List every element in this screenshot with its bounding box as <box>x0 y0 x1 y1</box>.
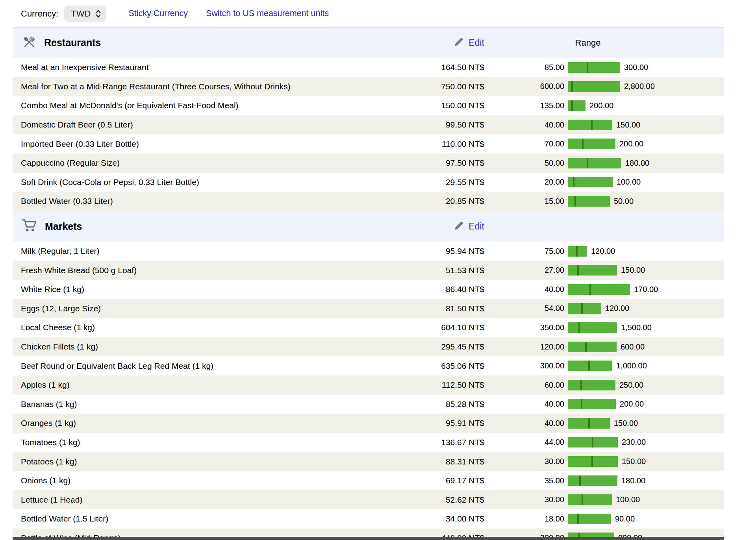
range-marker <box>580 380 582 390</box>
table-row: Potatoes (1 kg)88.31 NT$30.00150.00 <box>13 452 724 471</box>
range-bar <box>568 342 617 352</box>
item-price: 51.53 NT$ <box>406 266 488 275</box>
range-min: 85.00 <box>488 63 568 72</box>
section-title: Markets <box>45 221 82 232</box>
range-marker <box>585 342 587 352</box>
range-max: 50.00 <box>614 197 634 206</box>
section-title-cell: Markets <box>13 218 406 234</box>
range-marker <box>581 303 583 314</box>
table-row: Fresh White Bread (500 g Loaf)51.53 NT$2… <box>13 261 724 280</box>
table-row: Onions (1 kg)69.17 NT$35.00180.00 <box>13 471 724 490</box>
currency-select[interactable]: TWD <box>64 6 106 22</box>
item-label: Tomatoes (1 kg) <box>13 438 406 447</box>
range-marker <box>588 418 590 429</box>
range-marker <box>576 246 578 257</box>
table-row: Domestic Draft Beer (0.5 Liter)99.50 NT$… <box>13 115 724 135</box>
range-bar <box>568 81 620 92</box>
range-max: 170.00 <box>634 285 658 294</box>
range-max: 120.00 <box>605 304 629 313</box>
range-bar <box>568 322 617 333</box>
table-row: Cappuccino (Regular Size)97.50 NT$50.001… <box>13 153 724 173</box>
switch-units-link[interactable]: Switch to US measurement units <box>206 9 329 18</box>
range-marker <box>587 158 588 168</box>
range-bar <box>568 177 613 187</box>
item-range: 40.00170.00 <box>488 284 724 295</box>
range-bar <box>568 139 615 149</box>
item-label: Cappuccino (Regular Size) <box>13 158 406 168</box>
range-bar <box>568 494 612 505</box>
item-label: Lettuce (1 Head) <box>13 495 406 505</box>
table-row: Apples (1 kg)112.50 NT$60.00250.00 <box>13 375 724 395</box>
range-column-header: Range <box>488 38 724 48</box>
item-label: Beef Round or Equivalent Back Leg Red Me… <box>13 361 406 371</box>
item-label: Soft Drink (Coca-Cola or Pepsi, 0.33 Lit… <box>13 178 406 187</box>
item-price: 635.06 NT$ <box>406 361 488 371</box>
table-row: Local Cheese (1 kg)604.10 NT$350.001,500… <box>13 318 724 337</box>
range-max: 230.00 <box>622 438 646 447</box>
item-label: Oranges (1 kg) <box>13 418 406 428</box>
item-range: 15.0050.00 <box>488 196 724 207</box>
range-marker <box>573 177 574 187</box>
item-price: 110.00 NT$ <box>406 139 488 149</box>
section-title: Restaurants <box>44 37 101 48</box>
range-bar <box>568 399 616 409</box>
range-min: 600.00 <box>488 82 568 91</box>
edit-link-label[interactable]: Edit <box>469 221 484 232</box>
range-min: 20.00 <box>488 178 568 187</box>
range-max: 200.00 <box>619 139 643 148</box>
edit-button[interactable]: Edit <box>406 37 488 49</box>
pencil-icon <box>454 37 464 49</box>
item-price: 136.67 NT$ <box>406 438 488 447</box>
item-label: Combo Meal at McDonald's (or Equivalent … <box>13 101 406 110</box>
table-row: Meal for Two at a Mid-Range Restaurant (… <box>13 77 724 96</box>
range-marker <box>582 494 583 505</box>
item-label: Potatoes (1 kg) <box>13 457 406 466</box>
item-price: 295.45 NT$ <box>406 342 488 351</box>
range-min: 300.00 <box>488 361 568 370</box>
range-marker <box>588 361 590 371</box>
range-min: 350.00 <box>488 323 568 332</box>
range-marker <box>591 456 593 467</box>
item-range: 44.00230.00 <box>488 437 724 448</box>
range-max: 600.00 <box>621 342 645 351</box>
range-max: 90.00 <box>615 514 635 523</box>
item-price: 150.00 NT$ <box>406 101 488 110</box>
range-max: 120.00 <box>591 247 615 256</box>
edit-button[interactable]: Edit <box>406 220 488 233</box>
item-label: Imported Beer (0.33 Liter Bottle) <box>13 139 406 149</box>
range-bar <box>568 284 630 295</box>
range-marker <box>582 139 584 149</box>
item-price: 20.85 NT$ <box>406 196 488 206</box>
item-range: 60.00250.00 <box>488 380 724 390</box>
range-max: 100.00 <box>617 178 641 187</box>
range-bar <box>568 158 621 168</box>
section-header-restaurants: RestaurantsEditRange <box>13 27 724 58</box>
range-max: 1,500.00 <box>621 323 652 332</box>
item-range: 70.00200.00 <box>488 139 724 149</box>
table-row: Bottled Water (0.33 Liter)20.85 NT$15.00… <box>13 192 724 211</box>
cart-icon <box>22 218 37 234</box>
table-row: White Rice (1 kg)86.40 NT$40.00170.00 <box>13 280 724 299</box>
range-marker <box>578 322 580 333</box>
sticky-currency-link[interactable]: Sticky Currency <box>128 9 188 18</box>
range-marker <box>592 437 593 448</box>
range-min: 35.00 <box>488 476 568 485</box>
table-row: Milk (Regular, 1 Liter)95.94 NT$75.00120… <box>13 242 724 261</box>
range-bar <box>568 246 587 257</box>
item-price: 29.55 NT$ <box>406 178 488 187</box>
item-range: 27.00150.00 <box>488 265 724 276</box>
range-bar <box>568 437 618 448</box>
item-price: 52.62 NT$ <box>406 495 488 505</box>
toolbar: Currency: TWD Sticky Currency Switch to … <box>0 0 756 27</box>
item-price: 81.50 NT$ <box>406 304 488 313</box>
range-min: 135.00 <box>488 101 568 110</box>
item-range: 40.00150.00 <box>488 418 724 429</box>
table-row: Chicken Fillets (1 kg)295.45 NT$120.0060… <box>13 337 724 357</box>
item-label: Onions (1 kg) <box>13 476 406 485</box>
edit-link-label[interactable]: Edit <box>469 37 484 48</box>
item-range: 30.00100.00 <box>488 494 724 505</box>
range-bar <box>568 475 617 486</box>
range-min: 18.00 <box>488 514 568 523</box>
price-table: RestaurantsEditRangeMeal at an Inexpensi… <box>13 27 724 540</box>
item-price: 750.00 NT$ <box>406 82 488 91</box>
